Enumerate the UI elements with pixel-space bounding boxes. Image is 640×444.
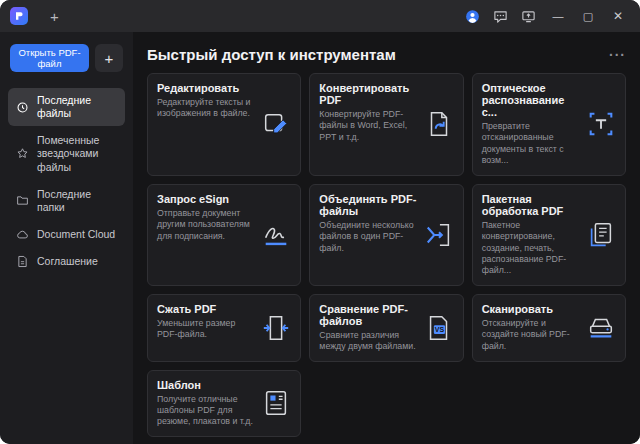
tool-text: Запрос eSign Отправьте документ другим п…	[157, 193, 255, 277]
tool-card-ocr[interactable]: Оптическое распознавание с... Превратите…	[472, 73, 626, 176]
tool-desc: Отсканируйте и создайте новый PDF-файл.	[482, 318, 580, 352]
close-button[interactable]: ✕	[606, 4, 630, 28]
cloud-icon	[16, 228, 30, 241]
tool-text: Оптическое распознавание с... Превратите…	[482, 82, 580, 167]
titlebar: + — ▢ ✕	[0, 0, 640, 32]
sidebar-item-label: Document Cloud	[37, 228, 115, 241]
sidebar-item-label: Последние папки	[37, 188, 117, 214]
sidebar-item-document-cloud[interactable]: Document Cloud	[8, 222, 125, 247]
tool-card-batch-pdf[interactable]: Пакетная обработка PDF Пакетное конверти…	[472, 184, 626, 286]
open-pdf-button[interactable]: Открыть PDF-файл	[10, 44, 89, 72]
esign-icon	[261, 220, 291, 250]
tool-card-template[interactable]: Шаблон Получите отличные шаблоны PDF для…	[147, 370, 301, 437]
sidebar-item-label: Последние файлы	[37, 94, 117, 120]
tool-text: Сравнение PDF-файлов Сравните различия м…	[319, 303, 417, 353]
tool-title: Сравнение PDF-файлов	[319, 303, 417, 327]
sidebar-item-label: Помеченные звездочками файлы	[37, 134, 117, 173]
tool-desc: Сравните различия между двумя файлами.	[319, 330, 417, 353]
tool-desc: Получите отличные шаблоны PDF для резюме…	[157, 394, 255, 428]
tool-card-edit[interactable]: Редактировать Редактируйте тексты и изоб…	[147, 73, 301, 176]
tool-card-scan[interactable]: Сканировать Отсканируйте и создайте новы…	[472, 294, 626, 362]
tool-title: Сканировать	[482, 303, 580, 315]
maximize-button[interactable]: ▢	[576, 4, 600, 28]
more-button[interactable]: ···	[609, 47, 626, 63]
tool-text: Шаблон Получите отличные шаблоны PDF для…	[157, 379, 255, 428]
feedback-icon[interactable]	[488, 4, 512, 28]
tool-text: Сжать PDF Уменьшите размер PDF-файла.	[157, 303, 255, 353]
convert-icon	[424, 109, 454, 139]
tool-desc: Уменьшите размер PDF-файла.	[157, 318, 255, 341]
sidebar-item-recent-files[interactable]: Последние файлы	[8, 88, 125, 126]
sidebar: Открыть PDF-файл + Последние файлы Помеч…	[0, 32, 133, 444]
template-icon	[261, 388, 291, 418]
svg-text:VS: VS	[434, 326, 444, 333]
tool-title: Конвертировать PDF	[319, 82, 417, 106]
edit-icon	[261, 109, 291, 139]
quick-access-header: Быстрый доступ к инструментам ···	[147, 46, 626, 63]
tool-title: Запрос eSign	[157, 193, 255, 205]
app-window: + — ▢ ✕ Открыть PDF-файл + Последние фай…	[0, 0, 640, 444]
agreement-icon	[16, 255, 30, 268]
main-panel: Быстрый доступ к инструментам ··· Редакт…	[133, 32, 640, 444]
tool-card-merge-pdf[interactable]: Объединять PDF-файлы Объедините нескольк…	[309, 184, 463, 286]
tool-text: Конвертировать PDF Конвертируйте PDF-фай…	[319, 82, 417, 167]
batch-icon	[586, 220, 616, 250]
scan-icon	[586, 313, 616, 343]
tool-text: Сканировать Отсканируйте и создайте новы…	[482, 303, 580, 353]
tool-desc: Объедините несколько файлов в один PDF-ф…	[319, 220, 417, 254]
add-file-button[interactable]: +	[95, 44, 123, 72]
sidebar-open-row: Открыть PDF-файл +	[0, 44, 133, 86]
ocr-icon	[586, 109, 616, 139]
share-screen-icon[interactable]	[516, 4, 540, 28]
tool-card-convert-pdf[interactable]: Конвертировать PDF Конвертируйте PDF-фай…	[309, 73, 463, 176]
compress-icon	[261, 313, 291, 343]
compare-icon: VS	[424, 313, 454, 343]
star-icon	[16, 147, 30, 160]
tool-card-compress-pdf[interactable]: Сжать PDF Уменьшите размер PDF-файла.	[147, 294, 301, 362]
tool-desc: Превратите отсканированные документы в т…	[482, 121, 580, 167]
clock-icon	[16, 101, 30, 114]
tool-card-compare-pdf[interactable]: Сравнение PDF-файлов Сравните различия м…	[309, 294, 463, 362]
tool-desc: Конвертируйте PDF-файлы в Word, Excel, P…	[319, 109, 417, 143]
tool-title: Оптическое распознавание с...	[482, 82, 580, 118]
account-avatar[interactable]	[460, 4, 484, 28]
tool-title: Шаблон	[157, 379, 255, 391]
tool-text: Объединять PDF-файлы Объедините нескольк…	[319, 193, 417, 277]
tool-title: Объединять PDF-файлы	[319, 193, 417, 217]
tool-desc: Отправьте документ другим пользователям …	[157, 208, 255, 242]
sidebar-item-label: Соглашение	[37, 255, 98, 268]
sidebar-item-recent-folders[interactable]: Последние папки	[8, 182, 125, 220]
tool-desc: Редактируйте тексты и изображения в файл…	[157, 97, 255, 120]
tool-title: Пакетная обработка PDF	[482, 193, 580, 217]
minimize-button[interactable]: —	[546, 4, 570, 28]
tool-title: Сжать PDF	[157, 303, 255, 315]
tool-title: Редактировать	[157, 82, 255, 94]
app-logo-icon	[10, 7, 28, 25]
merge-icon	[424, 220, 454, 250]
sidebar-nav: Последние файлы Помеченные звездочками ф…	[0, 88, 133, 274]
new-tab-button[interactable]: +	[44, 7, 65, 26]
tool-desc: Пакетное конвертирование, создание, печа…	[482, 220, 580, 277]
quick-access-title: Быстрый доступ к инструментам	[147, 46, 609, 63]
tools-grid: Редактировать Редактируйте тексты и изоб…	[147, 73, 626, 437]
sidebar-item-starred-files[interactable]: Помеченные звездочками файлы	[8, 128, 125, 179]
tool-card-esign[interactable]: Запрос eSign Отправьте документ другим п…	[147, 184, 301, 286]
sidebar-item-agreement[interactable]: Соглашение	[8, 249, 125, 274]
tool-text: Редактировать Редактируйте тексты и изоб…	[157, 82, 255, 167]
tool-text: Пакетная обработка PDF Пакетное конверти…	[482, 193, 580, 277]
folder-icon	[16, 194, 30, 207]
